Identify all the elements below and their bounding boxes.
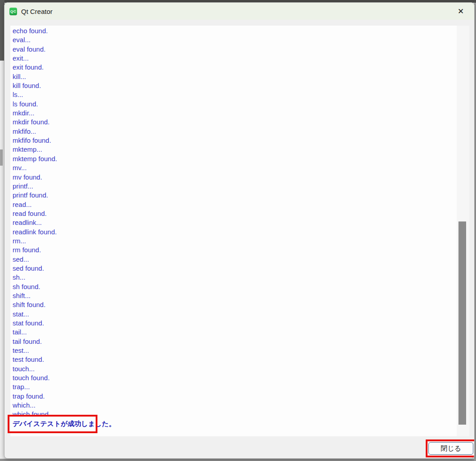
log-line: sh... (13, 273, 457, 282)
background-bottom-strip (0, 459, 476, 461)
window-title: Qt Creator (21, 8, 53, 15)
log-line: printf... (13, 182, 457, 191)
log-line: stat found. (13, 319, 457, 328)
log-line: ls found. (13, 100, 457, 109)
log-line: kill... (13, 72, 457, 81)
log-line: shift... (13, 291, 457, 300)
log-scroll-area: echo found.eval...eval found.exit...exit… (10, 26, 469, 436)
log-line: test... (13, 346, 457, 355)
log-line: trap found. (13, 392, 457, 401)
background-scrollbar-thumb (0, 149, 3, 166)
log-line: exit... (13, 54, 457, 63)
log-line: sed found. (13, 264, 457, 273)
log-line: kill found. (13, 81, 457, 90)
log-lines: echo found.eval...eval found.exit...exit… (13, 26, 457, 419)
log-line: touch... (13, 364, 457, 373)
log-text-pane: echo found.eval...eval found.exit...exit… (10, 26, 457, 436)
log-line: mv... (13, 163, 457, 172)
log-line: echo found. (13, 26, 457, 35)
log-line: touch found. (13, 373, 457, 382)
log-line: read... (13, 200, 457, 209)
close-button[interactable]: 閉じる (428, 442, 473, 455)
log-line: tail found. (13, 337, 457, 346)
log-line: mktemp... (13, 145, 457, 154)
log-line: tail... (13, 328, 457, 337)
log-line: sh found. (13, 282, 457, 291)
log-line: mkdir found. (13, 118, 457, 127)
vertical-scrollbar-track[interactable] (457, 26, 469, 436)
log-line: mkfifo... (13, 127, 457, 136)
log-line: eval... (13, 35, 457, 44)
qt-creator-dialog: QC Qt Creator ✕ echo found.eval...eval f… (4, 2, 475, 459)
log-line: mkfifo found. (13, 136, 457, 145)
log-line: ls... (13, 90, 457, 99)
log-line: eval found. (13, 45, 457, 54)
log-line: sed... (13, 255, 457, 264)
log-line: which... (13, 401, 457, 410)
log-line: read found. (13, 209, 457, 218)
log-line: readlink... (13, 218, 457, 227)
qt-creator-logo-icon: QC (9, 8, 17, 15)
log-line: test found. (13, 355, 457, 364)
highlight-box-success-message (8, 415, 97, 433)
vertical-scrollbar-thumb[interactable] (458, 221, 466, 425)
log-line: printf found. (13, 191, 457, 200)
titlebar: QC Qt Creator ✕ (4, 3, 474, 20)
log-line: trap... (13, 382, 457, 391)
log-line: rm... (13, 237, 457, 246)
log-line: exit found. (13, 63, 457, 72)
log-line: rm found. (13, 246, 457, 255)
log-line: stat... (13, 310, 457, 319)
log-line: mktemp found. (13, 154, 457, 163)
log-line: readlink found. (13, 228, 457, 237)
window-close-icon[interactable]: ✕ (451, 3, 471, 20)
log-line: shift found. (13, 300, 457, 309)
log-line: mv found. (13, 173, 457, 182)
log-line: mkdir... (13, 109, 457, 118)
